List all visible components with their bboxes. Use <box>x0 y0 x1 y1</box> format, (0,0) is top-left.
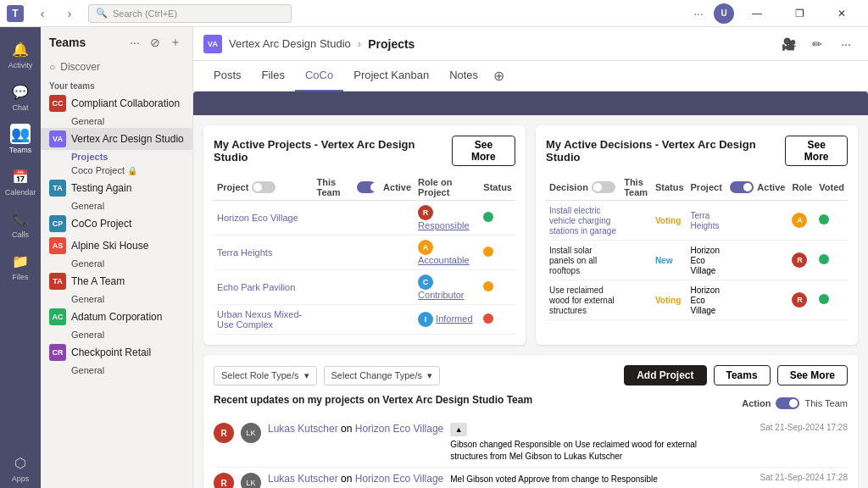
sidebar-header: Teams ··· ⊘ ＋ <box>41 27 192 58</box>
tab-files[interactable]: Files <box>252 61 295 92</box>
search-bar[interactable]: 🔍 Search (Ctrl+E) <box>88 4 292 23</box>
bottom-see-more-button[interactable]: See More <box>777 365 848 385</box>
updates-this-team-toggle[interactable] <box>776 397 799 409</box>
meet-button[interactable]: 🎥 <box>776 32 800 56</box>
scroll-up-button[interactable]: ▲ <box>450 423 467 436</box>
sidebar-title: Teams <box>49 36 86 49</box>
update-user-link[interactable]: Lukas Kutscher <box>268 473 338 485</box>
more-options-button[interactable]: ··· <box>687 4 710 23</box>
team-item-alpine[interactable]: AS Alpine Ski House <box>41 235 192 257</box>
table-row: Echo Park Pavilion CContributor <box>214 270 515 305</box>
role-type-dropdown[interactable]: Select Role Type/s ▾ <box>214 366 317 385</box>
close-button[interactable]: ✕ <box>822 0 861 27</box>
tab-posts[interactable]: Posts <box>203 61 252 92</box>
role-badge-d: R <box>792 292 807 308</box>
role-text[interactable]: Informed <box>436 313 472 324</box>
channel-header: VA Vertex Arc Design Studio › Projects 🎥… <box>193 27 868 61</box>
sidebar-item-chat[interactable]: 💬 Chat <box>3 76 37 117</box>
col-status: Status <box>480 175 515 201</box>
role-badge: I <box>418 312 433 327</box>
project-link[interactable]: Echo Park Pavilion <box>217 282 295 292</box>
sidebar-item-calls[interactable]: 📞 Calls <box>3 203 37 244</box>
team-item-coco[interactable]: CP CoCo Project <box>41 213 192 235</box>
maximize-button[interactable]: ❐ <box>780 0 819 27</box>
update-row: R LK Lukas Kutscher on Horizon Eco Villa… <box>214 418 848 468</box>
team-channel-checkpoint-general[interactable]: General <box>41 363 192 377</box>
update-project-link[interactable]: Horizon Eco Village <box>355 423 444 435</box>
status-dot <box>483 212 493 222</box>
role-badge: A <box>418 240 433 255</box>
team-item-adatum[interactable]: AC Adatum Corporation <box>41 306 192 328</box>
edit-button[interactable]: ✏ <box>805 32 829 56</box>
role-text[interactable]: Accountable <box>418 255 470 265</box>
sidebar-filter-button[interactable]: ⊘ <box>147 34 164 51</box>
content-area: My Active Projects - Vertex Arc Design S… <box>193 92 868 488</box>
icon-rail: 🔔 Activity 💬 Chat 👥 Teams 📅 Calendar 📞 C… <box>0 27 41 488</box>
sidebar-item-apps[interactable]: ⬡ Apps <box>3 447 37 488</box>
table-row: Urban Nexus Mixed-Use Complex IInformed <box>214 305 515 335</box>
add-project-button[interactable]: Add Project <box>624 365 706 385</box>
more-header-button[interactable]: ··· <box>834 32 858 56</box>
team-avatar-alpine: AS <box>49 237 66 254</box>
back-button[interactable]: ‹ <box>31 4 54 23</box>
role-text[interactable]: Contributor <box>418 290 464 300</box>
sidebar-item-activity[interactable]: 🔔 Activity <box>3 34 37 75</box>
team-item-compliant[interactable]: CC Compliant Collaboration <box>41 92 192 114</box>
forward-button[interactable]: › <box>58 4 81 23</box>
team-channel-alpine-general[interactable]: General <box>41 257 192 270</box>
decision-toggle[interactable] <box>592 181 615 193</box>
update-user-link[interactable]: Lukas Kutscher <box>268 423 338 435</box>
team-channel-vertex-coco[interactable]: Coco Project 🔒 <box>41 164 192 177</box>
voted-dot <box>819 214 829 225</box>
team-item-testing[interactable]: TA Testing Again <box>41 177 192 199</box>
change-type-dropdown[interactable]: Select Change Type/s ▾ <box>324 366 440 385</box>
update-project-link[interactable]: Horizon Eco Village <box>355 473 444 485</box>
active-toggle-d[interactable] <box>730 181 754 193</box>
avatar[interactable]: U <box>714 3 734 24</box>
team-channel-compliant-general[interactable]: General <box>41 114 192 128</box>
team-channel-vertex-projects[interactable]: Projects <box>41 150 192 164</box>
team-channel-adatum-general[interactable]: General <box>41 328 192 341</box>
table-row: Horizon Eco Village RResponsible <box>214 201 515 236</box>
team-item-checkpoint[interactable]: CR Checkpoint Retail <box>41 341 192 363</box>
sidebar-item-calendar[interactable]: 📅 Calendar <box>3 161 37 202</box>
decision-text: Install solar panels on all rooftops <box>549 246 597 275</box>
search-placeholder: Search (Ctrl+E) <box>113 8 177 19</box>
minimize-button[interactable]: — <box>737 0 776 27</box>
decision-link[interactable]: Install electric vehicle charging statio… <box>549 206 616 236</box>
team-name-testing: Testing Again <box>71 182 184 194</box>
discover-row[interactable]: ○ Discover <box>41 58 192 76</box>
table-row: Install electric vehicle charging statio… <box>546 201 848 241</box>
tab-notes[interactable]: Notes <box>439 61 488 92</box>
team-avatar-checkpoint: CR <box>49 344 66 361</box>
team-channel-thea-general[interactable]: General <box>41 292 192 306</box>
project-toggle[interactable] <box>252 181 275 193</box>
project-link[interactable]: Horizon Eco Village <box>217 213 298 223</box>
sidebar-item-teams[interactable]: 👥 Teams <box>3 119 37 159</box>
sidebar-item-files[interactable]: 📁 Files <box>3 246 37 286</box>
this-team-toggle[interactable] <box>357 181 376 193</box>
tab-add-button[interactable]: ⊕ <box>488 66 509 86</box>
sidebar-more-button[interactable]: ··· <box>126 34 143 51</box>
decision-project-link[interactable]: Terra Heights <box>691 211 720 230</box>
table-row: Use reclaimed wood for external structur… <box>546 280 848 320</box>
tab-coco[interactable]: CoCo <box>295 61 343 92</box>
project-link[interactable]: Urban Nexus Mixed-Use Complex <box>217 309 302 330</box>
teams-button[interactable]: Teams <box>714 365 771 385</box>
table-row: Install solar panels on all rooftops New… <box>546 241 848 280</box>
teams-icon: 👥 <box>10 124 31 144</box>
tab-project-kanban[interactable]: Project Kanban <box>343 61 439 92</box>
sidebar-add-button[interactable]: ＋ <box>167 34 184 51</box>
project-link[interactable]: Terra Heights <box>217 247 272 258</box>
role-text[interactable]: Responsible <box>418 220 470 230</box>
decisions-see-more-button[interactable]: See More <box>785 136 848 166</box>
projects-see-more-button[interactable]: See More <box>452 136 515 166</box>
team-channel-testing-general[interactable]: General <box>41 199 192 213</box>
channel-separator: › <box>358 37 361 50</box>
calendar-label: Calendar <box>5 188 36 197</box>
team-item-thea[interactable]: TA The A Team <box>41 270 192 292</box>
calendar-icon: 📅 <box>10 166 31 186</box>
update-action: ▲ Gibson changed Responsible on Use recl… <box>450 423 731 462</box>
updates-title: Recent updates on my projects on Vertex … <box>214 394 532 406</box>
team-item-vertex[interactable]: VA Vertex Arc Design Studio <box>41 128 192 150</box>
